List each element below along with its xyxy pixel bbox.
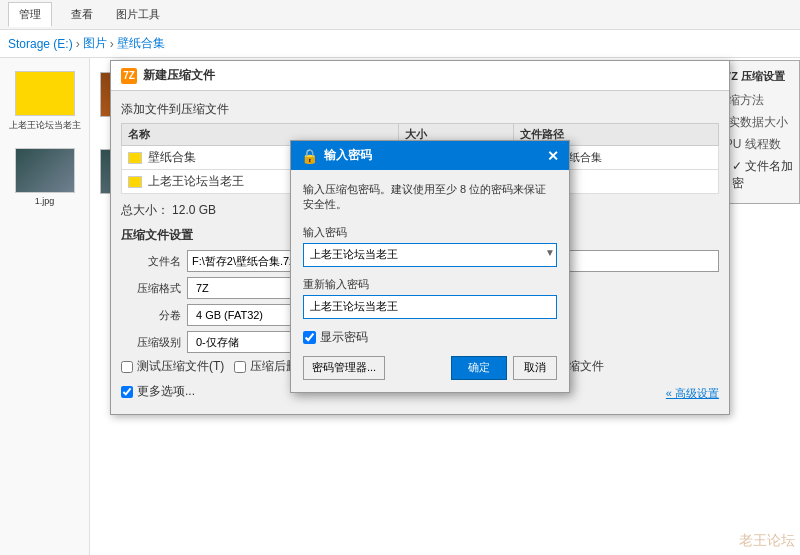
tab-view[interactable]: 查看	[60, 2, 104, 27]
pwd-input-wrap: ▼	[303, 243, 557, 267]
filename-label: 文件名	[121, 254, 181, 269]
pwd-cancel-btn[interactable]: 取消	[513, 356, 557, 380]
folder-icon-1	[128, 176, 142, 188]
repwd-input[interactable]	[303, 295, 557, 319]
more-options-label: 更多选项...	[137, 383, 195, 400]
breadcrumb: Storage (E:) › 图片 › 壁纸合集	[0, 30, 800, 58]
breadcrumb-root[interactable]: Storage (E:)	[8, 37, 73, 51]
level-label: 压缩级别	[121, 335, 181, 350]
password-close-btn[interactable]: ✕	[547, 148, 559, 164]
password-buttons: 密码管理器... 确定 取消	[303, 356, 557, 380]
password-dialog-body: 输入压缩包密码。建议使用至少 8 位的密码来保证安全性。 输入密码 ▼ 重新输入…	[291, 170, 569, 392]
more-options-checkbox[interactable]	[121, 386, 133, 398]
pwd-input[interactable]	[303, 243, 557, 267]
breadcrumb-pictures[interactable]: 图片	[83, 35, 107, 52]
breadcrumb-wallpaper[interactable]: 壁纸合集	[117, 35, 165, 52]
add-files-section-title: 添加文件到压缩文件	[121, 101, 719, 118]
tab-manage[interactable]: 管理	[8, 2, 52, 27]
file-thumb	[15, 148, 75, 193]
checkbox-test[interactable]: 测试压缩文件(T)	[121, 358, 224, 375]
pwd-dropdown-icon[interactable]: ▼	[545, 247, 555, 258]
password-dialog-title: 输入密码	[324, 147, 372, 164]
test-checkbox[interactable]	[121, 361, 133, 373]
delete-checkbox[interactable]	[234, 361, 246, 373]
watermark: 老王论坛	[739, 532, 795, 550]
show-pwd-row[interactable]: 显示密码	[303, 329, 557, 346]
advanced-link[interactable]: « 高级设置	[666, 386, 719, 401]
explorer-sidebar: 上老王论坛当老主 1.jpg	[0, 58, 90, 555]
total-size-label: 总大小：	[121, 203, 169, 217]
toolbar-label: 图片工具	[116, 7, 160, 22]
dialog-7z-title-text: 新建压缩文件	[143, 67, 215, 84]
format-label: 压缩格式	[121, 281, 181, 296]
password-icon: 🔒	[301, 148, 318, 164]
show-pwd-checkbox[interactable]	[303, 331, 316, 344]
split-label: 分卷	[121, 308, 181, 323]
sidebar-folder-label: 上老王论坛当老主	[9, 119, 81, 132]
dialog-7z-title-bar: 7Z 新建压缩文件	[111, 61, 729, 91]
password-dialog-title-bar: 🔒 输入密码 ✕	[291, 141, 569, 170]
sidebar-file-label: 1.jpg	[35, 196, 55, 206]
folder-thumb	[15, 71, 75, 116]
pwd-label: 输入密码	[303, 225, 557, 240]
pwd-manager-btn[interactable]: 密码管理器...	[303, 356, 385, 380]
total-size-value: 12.0 GB	[172, 203, 216, 217]
repwd-label: 重新输入密码	[303, 277, 557, 292]
repwd-input-wrap	[303, 295, 557, 319]
test-label: 测试压缩文件(T)	[137, 358, 224, 375]
sidebar-folder-item[interactable]: 上老王论坛当老主	[0, 63, 89, 140]
password-dialog: 🔒 输入密码 ✕ 输入压缩包密码。建议使用至少 8 位的密码来保证安全性。 输入…	[290, 140, 570, 393]
explorer-toolbar: 管理 查看 图片工具	[0, 0, 800, 30]
pwd-ok-btn[interactable]: 确定	[451, 356, 507, 380]
password-description: 输入压缩包密码。建议使用至少 8 位的密码来保证安全性。	[303, 182, 557, 213]
7z-icon: 7Z	[121, 68, 137, 84]
folder-icon-0	[128, 152, 142, 164]
more-options-row[interactable]: 更多选项...	[121, 383, 195, 400]
filename-encrypt-label: ✓ 文件名加密	[732, 158, 794, 192]
sidebar-file-item[interactable]: 1.jpg	[0, 140, 89, 214]
show-pwd-label: 显示密码	[320, 329, 368, 346]
